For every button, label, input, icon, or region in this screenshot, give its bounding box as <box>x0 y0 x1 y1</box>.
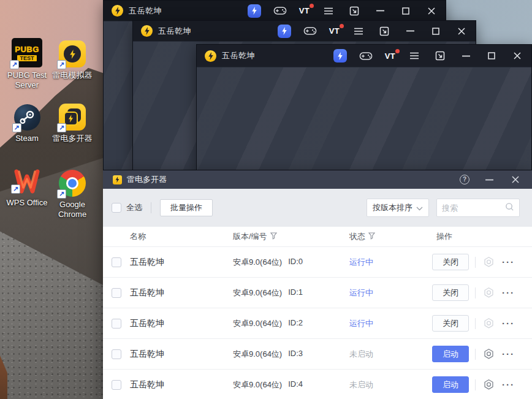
instance-row: 五岳乾坤 安卓9.0(64位) ID:1 运行中 关闭 ··· <box>103 278 532 308</box>
maximize-button[interactable] <box>485 49 498 63</box>
instance-action-button[interactable]: 启动 <box>432 346 469 362</box>
wps-icon: ↗ <box>13 169 41 195</box>
manager-toolbar: 全选 批量操作 按版本排序 <box>103 189 532 227</box>
instance-row: 五岳乾坤 安卓9.0(64位) ID:3 未启动 启动 ··· <box>103 339 532 370</box>
more-options-button[interactable]: ··· <box>502 321 515 327</box>
window-title: 五岳乾坤 <box>129 6 162 17</box>
help-icon[interactable]: ? <box>460 175 469 184</box>
vt-button[interactable]: VT <box>299 6 310 15</box>
ldplayer-logo-icon <box>112 5 123 17</box>
minimize-button[interactable] <box>403 25 417 38</box>
emulator-titlebar[interactable]: 五岳乾坤 VT <box>104 1 446 21</box>
more-options-button[interactable]: ··· <box>502 290 515 296</box>
select-all-checkbox[interactable] <box>112 203 121 213</box>
instance-name: 五岳乾坤 <box>130 287 233 298</box>
row-checkbox[interactable] <box>112 288 121 298</box>
maximize-button[interactable] <box>399 4 412 18</box>
gamepad-icon[interactable] <box>359 49 373 63</box>
instance-id: ID:2 <box>288 318 303 329</box>
ldplayer-icon: ↗ <box>59 40 86 67</box>
gamepad-icon[interactable] <box>303 25 317 38</box>
row-checkbox[interactable] <box>112 319 121 329</box>
maximize-button[interactable] <box>429 25 443 38</box>
boost-icon[interactable] <box>248 4 261 18</box>
batch-operations-button[interactable]: 批量操作 <box>160 199 213 216</box>
instance-action-button[interactable]: 关闭 <box>432 254 469 270</box>
close-button[interactable] <box>455 25 468 38</box>
instance-status: 运行中 <box>349 318 432 329</box>
pubg-icon: PUBG TEST ↗ <box>12 38 42 67</box>
shortcut-arrow-icon: ↗ <box>10 60 19 69</box>
instance-name: 五岳乾坤 <box>130 257 233 268</box>
instance-status: 运行中 <box>349 257 432 268</box>
vt-notification-dot <box>310 4 314 8</box>
row-checkbox[interactable] <box>112 349 121 359</box>
filter-icon[interactable] <box>270 232 277 241</box>
settings-gear-icon[interactable] <box>483 348 495 360</box>
settings-gear-icon[interactable] <box>483 379 495 390</box>
gamepad-icon[interactable] <box>273 4 287 18</box>
menu-icon[interactable] <box>352 25 365 38</box>
instance-action-button[interactable]: 关闭 <box>432 284 469 301</box>
mini-mode-icon[interactable] <box>433 49 447 63</box>
emulator-titlebar[interactable]: 五岳乾坤 VT <box>197 45 531 67</box>
icon-label: 雷电多开器 <box>46 134 99 143</box>
instance-name: 五岳乾坤 <box>130 318 233 329</box>
close-button[interactable] <box>509 173 522 186</box>
filter-icon[interactable] <box>368 232 375 241</box>
window-title: 五岳乾坤 <box>158 26 191 37</box>
desktop-icon-chrome[interactable]: ↗ Google Chrome <box>46 170 99 220</box>
more-options-button[interactable]: ··· <box>502 259 515 265</box>
close-button[interactable] <box>425 4 438 18</box>
settings-gear-icon[interactable] <box>483 317 495 329</box>
minimize-button[interactable] <box>459 49 473 63</box>
instance-id: ID:3 <box>288 349 303 360</box>
mini-mode-icon[interactable] <box>378 25 391 38</box>
instance-row: 五岳乾坤 安卓9.0(64位) ID:2 运行中 关闭 ··· <box>103 308 532 339</box>
ldplayer-logo-icon <box>141 25 153 37</box>
instance-version: 安卓9.0(64位) <box>233 287 282 298</box>
icon-label: Google Chrome <box>46 200 99 220</box>
search-icon <box>505 202 514 214</box>
minimize-button[interactable] <box>373 4 387 18</box>
settings-gear-icon[interactable] <box>483 256 495 268</box>
multi-instance-manager-window: 雷电多开器 ? 全选 批量操作 按版本排序 <box>103 170 532 399</box>
instance-action-button[interactable]: 启动 <box>432 376 469 393</box>
more-options-button[interactable]: ··· <box>502 382 515 388</box>
settings-gear-icon[interactable] <box>483 287 495 298</box>
menu-icon[interactable] <box>408 49 421 63</box>
instance-name: 五岳乾坤 <box>130 379 233 390</box>
header-status: 状态 <box>349 231 365 242</box>
desktop-icon-ld-multi[interactable]: ↗ 雷电多开器 <box>46 104 99 143</box>
desktop-icon-ldplayer[interactable]: ↗ 雷电模拟器 <box>46 40 99 80</box>
manager-titlebar[interactable]: 雷电多开器 ? <box>103 170 532 189</box>
select-all-label: 全选 <box>126 202 142 213</box>
sort-dropdown[interactable]: 按版本排序 <box>367 199 429 217</box>
minimize-button[interactable] <box>482 173 496 186</box>
instance-status: 未启动 <box>349 349 432 360</box>
boost-icon[interactable] <box>333 49 347 63</box>
more-options-button[interactable]: ··· <box>502 351 515 357</box>
chevron-down-icon <box>416 203 423 213</box>
mini-mode-icon[interactable] <box>348 4 361 18</box>
search-input[interactable] <box>442 203 505 213</box>
row-checkbox[interactable] <box>112 380 121 390</box>
manager-title: 雷电多开器 <box>127 174 167 185</box>
row-checkbox[interactable] <box>112 257 121 267</box>
instance-version: 安卓9.0(64位) <box>233 257 282 268</box>
vt-button[interactable]: VT <box>385 51 395 61</box>
shortcut-arrow-icon: ↗ <box>57 123 66 132</box>
vt-button[interactable]: VT <box>329 26 340 36</box>
emulator-content <box>197 67 531 170</box>
search-box[interactable] <box>436 199 520 217</box>
icon-label: 雷电模拟器 <box>46 70 99 80</box>
vt-notification-dot <box>340 24 344 28</box>
menu-icon[interactable] <box>322 4 335 18</box>
steam-icon: ↗ <box>14 104 40 131</box>
instance-row: 五岳乾坤 安卓9.0(64位) ID:4 未启动 启动 ··· <box>103 370 532 399</box>
boost-icon[interactable] <box>278 25 291 38</box>
emulator-titlebar[interactable]: 五岳乾坤 VT <box>133 21 476 41</box>
instance-action-button[interactable]: 关闭 <box>432 315 469 332</box>
header-actions: 操作 <box>432 231 532 242</box>
close-button[interactable] <box>511 49 524 63</box>
